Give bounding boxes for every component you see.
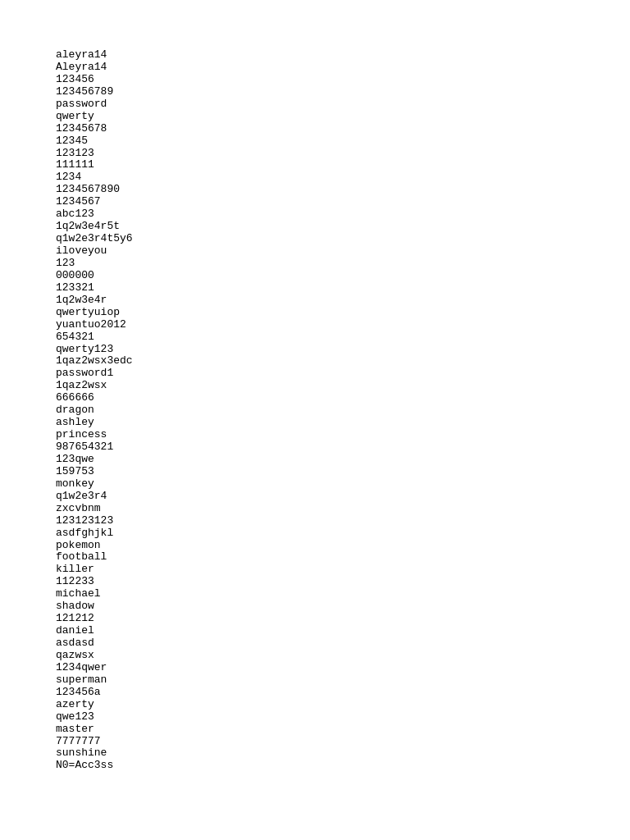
list-item: qwerty123 bbox=[56, 344, 574, 356]
list-item: 1234qwer bbox=[56, 662, 574, 674]
list-item: michael bbox=[56, 588, 574, 600]
list-item: asdfghjkl bbox=[56, 527, 574, 540]
list-item: football bbox=[56, 551, 574, 564]
list-item: 654321 bbox=[56, 331, 574, 344]
list-item: killer bbox=[56, 564, 574, 576]
list-item: aleyra14 bbox=[56, 49, 574, 62]
list-item: 1qaz2wsx bbox=[56, 380, 574, 392]
list-item: Aleyra14 bbox=[56, 62, 574, 74]
list-item: password1 bbox=[56, 368, 574, 380]
list-item: asdasd bbox=[56, 637, 574, 650]
list-item: 123123 bbox=[56, 148, 574, 160]
list-item: yuantuo2012 bbox=[56, 319, 574, 331]
list-item: 666666 bbox=[56, 392, 574, 404]
list-item: qazwsx bbox=[56, 650, 574, 662]
list-item: qwertyuiop bbox=[56, 307, 574, 319]
list-item: 123456789 bbox=[56, 86, 574, 98]
list-item: sunshine bbox=[56, 747, 574, 760]
list-item: 123qwe bbox=[56, 454, 574, 466]
list-item: N0=Acc3ss bbox=[56, 760, 574, 772]
list-item: 1qaz2wsx3edc bbox=[56, 355, 574, 368]
list-item: monkey bbox=[56, 478, 574, 491]
list-item: password bbox=[56, 98, 574, 111]
list-item: 123321 bbox=[56, 282, 574, 294]
list-item: zxcvbnm bbox=[56, 503, 574, 515]
list-item: 1234567 bbox=[56, 196, 574, 208]
list-item: 123456a bbox=[56, 687, 574, 699]
list-item: qwerty bbox=[56, 111, 574, 123]
list-item: q1w2e3r4t5y6 bbox=[56, 233, 574, 245]
list-item: 1234 bbox=[56, 171, 574, 184]
list-item: qwe123 bbox=[56, 711, 574, 724]
list-item: ashley bbox=[56, 417, 574, 429]
list-item: princess bbox=[56, 429, 574, 441]
list-item: 111111 bbox=[56, 159, 574, 171]
list-item: 7777777 bbox=[56, 736, 574, 748]
list-item: 123 bbox=[56, 258, 574, 270]
list-item: 112233 bbox=[56, 576, 574, 588]
list-item: dragon bbox=[56, 404, 574, 417]
list-item: daniel bbox=[56, 625, 574, 637]
list-item: master bbox=[56, 724, 574, 736]
list-item: iloveyou bbox=[56, 245, 574, 258]
list-item: 1q2w3e4r bbox=[56, 294, 574, 307]
password-list: aleyra14Aleyra14123456123456789passwordq… bbox=[56, 49, 574, 772]
list-item: abc123 bbox=[56, 208, 574, 221]
list-item: 121212 bbox=[56, 613, 574, 625]
list-item: 1q2w3e4r5t bbox=[56, 221, 574, 233]
list-item: 159753 bbox=[56, 466, 574, 478]
list-item: azerty bbox=[56, 699, 574, 711]
list-item: 000000 bbox=[56, 270, 574, 282]
list-item: pokemon bbox=[56, 540, 574, 552]
list-item: shadow bbox=[56, 600, 574, 613]
list-item: 123123123 bbox=[56, 515, 574, 527]
list-item: 12345 bbox=[56, 135, 574, 148]
list-item: q1w2e3r4 bbox=[56, 491, 574, 503]
list-item: 1234567890 bbox=[56, 184, 574, 196]
list-item: superman bbox=[56, 674, 574, 687]
list-item: 987654321 bbox=[56, 441, 574, 454]
list-item: 123456 bbox=[56, 74, 574, 86]
list-item: 12345678 bbox=[56, 123, 574, 135]
